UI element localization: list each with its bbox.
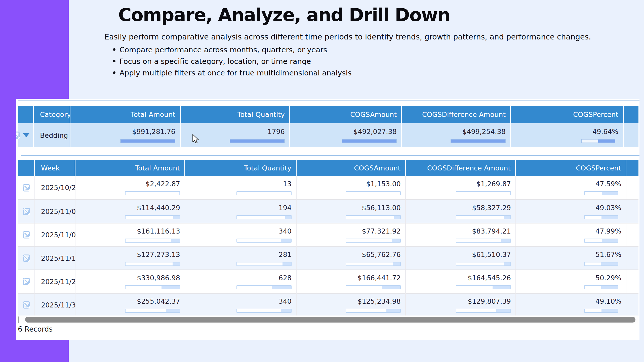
week-value: 2025/11/09 bbox=[41, 231, 80, 239]
value-bar bbox=[584, 215, 618, 219]
value-bar bbox=[346, 309, 401, 313]
value-bar bbox=[451, 139, 506, 143]
week-value: 2025/10/26 bbox=[41, 184, 80, 192]
value-bar bbox=[236, 239, 292, 243]
column-header-spacer bbox=[624, 106, 638, 123]
column-header-total-amount[interactable]: Total Amount bbox=[75, 160, 185, 176]
drill-down-icon[interactable] bbox=[22, 277, 31, 286]
table-row[interactable]: 2025/11/30 $255,042.37 340 $125,234.98 $… bbox=[18, 293, 638, 316]
column-header-total-quantity[interactable]: Total Quantity bbox=[181, 106, 290, 123]
value-bar bbox=[236, 309, 292, 313]
value-bar bbox=[125, 309, 180, 313]
week-table: Week Total Amount Total Quantity COGSAmo… bbox=[18, 160, 638, 316]
value-bar bbox=[125, 285, 180, 289]
value-bar bbox=[456, 239, 511, 243]
value-bar bbox=[584, 285, 618, 289]
week-table-header: Week Total Amount Total Quantity COGSAmo… bbox=[18, 160, 638, 176]
category-table-divider bbox=[21, 155, 639, 156]
value-bar bbox=[456, 191, 511, 195]
value-bar bbox=[236, 215, 292, 219]
horizontal-scrollbar-thumb[interactable] bbox=[25, 317, 635, 323]
column-header-week[interactable]: Week bbox=[35, 160, 75, 176]
value-bar bbox=[236, 191, 292, 195]
value-bar bbox=[584, 262, 618, 266]
value-bar bbox=[230, 139, 285, 143]
collapse-triangle-icon[interactable] bbox=[23, 133, 29, 137]
table-row[interactable]: 2025/10/26 $2,422.87 13 $1,153.00 $1,269… bbox=[18, 176, 638, 199]
value-bar bbox=[346, 215, 401, 219]
column-header-spacer bbox=[18, 106, 34, 123]
category-value: Bedding bbox=[40, 131, 68, 139]
panel-top-divider bbox=[18, 100, 639, 101]
page-title: Compare, Analyze, and Drill Down bbox=[118, 5, 634, 25]
drill-down-icon[interactable] bbox=[22, 183, 31, 193]
column-header-total-amount[interactable]: Total Amount bbox=[70, 106, 181, 123]
column-header-spacer bbox=[18, 160, 35, 176]
drill-down-icon[interactable] bbox=[22, 207, 31, 216]
data-panel: Category Total Amount Total Quantity COG… bbox=[16, 99, 639, 340]
drill-down-icon[interactable] bbox=[22, 230, 31, 240]
value-bar bbox=[346, 285, 401, 289]
value-bar bbox=[346, 239, 401, 243]
week-value: 2025/11/02 bbox=[41, 208, 80, 215]
value-bar bbox=[125, 262, 180, 266]
value-bar bbox=[236, 285, 292, 289]
column-header-cogs-percent[interactable]: COGSPercent bbox=[511, 106, 624, 123]
category-row[interactable]: Bedding $991,281.76 1796 $492,027.38 $49… bbox=[18, 123, 638, 147]
drill-down-icon[interactable] bbox=[22, 253, 31, 263]
intro-text: Easily perform comparative analysis acro… bbox=[104, 32, 634, 42]
feature-item: Apply multiple filters at once for true … bbox=[111, 68, 634, 78]
value-bar bbox=[581, 139, 615, 143]
hero-section: Compare, Analyze, and Drill Down Easily … bbox=[104, 5, 634, 79]
value-bar bbox=[125, 239, 180, 243]
record-count: 6 Records bbox=[18, 325, 53, 333]
value-bar bbox=[346, 262, 401, 266]
drill-down-icon[interactable] bbox=[16, 130, 21, 140]
value-bar bbox=[236, 262, 292, 266]
value-bar bbox=[125, 215, 180, 219]
value-bar bbox=[456, 285, 511, 289]
column-header-cogs-difference-amount[interactable]: COGSDifference Amount bbox=[406, 160, 516, 176]
value-bar bbox=[456, 215, 511, 219]
mouse-cursor bbox=[191, 134, 201, 146]
scrollbar-left-tick bbox=[18, 316, 19, 323]
category-table: Category Total Amount Total Quantity COG… bbox=[18, 106, 638, 147]
column-header-category[interactable]: Category bbox=[34, 106, 70, 123]
category-table-header: Category Total Amount Total Quantity COG… bbox=[18, 106, 638, 123]
column-header-cogs-difference-amount[interactable]: COGSDifference Amount bbox=[402, 106, 511, 123]
week-table-body: 2025/10/26 $2,422.87 13 $1,153.00 $1,269… bbox=[18, 176, 638, 316]
value-bar bbox=[584, 309, 618, 313]
value-bar bbox=[456, 309, 511, 313]
week-value: 2025/11/30 bbox=[41, 301, 80, 309]
table-row[interactable]: 2025/11/23 $330,986.98 628 $166,441.72 $… bbox=[18, 269, 638, 293]
column-header-cogs-amount[interactable]: COGSAmount bbox=[290, 106, 402, 123]
value-bar bbox=[120, 139, 175, 143]
feature-item: Focus on a specific category, location, … bbox=[111, 56, 634, 67]
table-row[interactable]: 2025/11/09 $161,116.13 340 $77,321.92 $8… bbox=[18, 223, 638, 246]
feature-list: Compare performance across months, quart… bbox=[111, 44, 634, 78]
column-header-total-quantity[interactable]: Total Quantity bbox=[185, 160, 297, 176]
value-bar bbox=[584, 191, 618, 195]
value-bar bbox=[346, 191, 401, 195]
week-value: 2025/11/16 bbox=[41, 254, 80, 262]
column-header-cogs-amount[interactable]: COGSAmount bbox=[297, 160, 406, 176]
value-bar bbox=[584, 239, 618, 243]
column-header-cogs-percent[interactable]: COGSPercent bbox=[516, 160, 626, 176]
table-row[interactable]: 2025/11/02 $114,440.29 194 $56,113.00 $5… bbox=[18, 199, 638, 223]
value-bar bbox=[456, 262, 511, 266]
column-header-spacer bbox=[626, 160, 638, 176]
value-bar bbox=[125, 191, 180, 195]
drill-down-icon[interactable] bbox=[22, 300, 31, 310]
feature-item: Compare performance across months, quart… bbox=[111, 44, 634, 55]
table-row[interactable]: 2025/11/16 $127,273.13 281 $65,762.76 $6… bbox=[18, 246, 638, 269]
week-value: 2025/11/23 bbox=[41, 278, 80, 286]
value-bar bbox=[342, 139, 397, 143]
